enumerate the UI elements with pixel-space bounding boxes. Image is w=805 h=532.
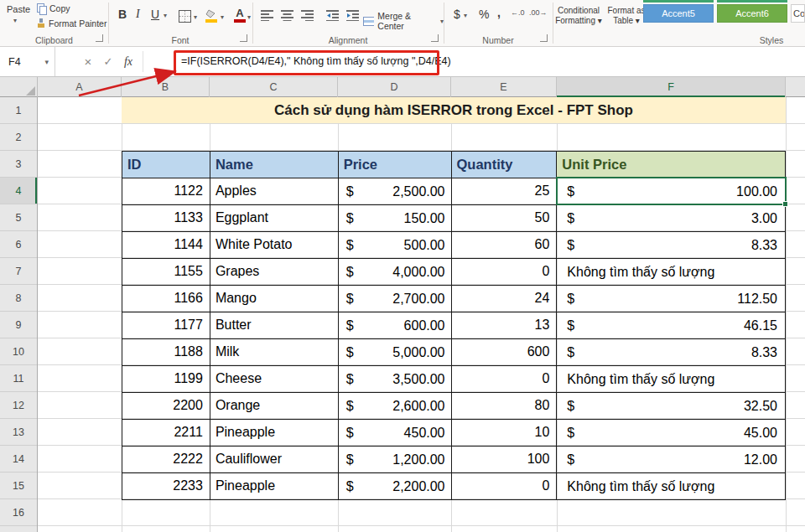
cell-price[interactable]: $3,500.00	[339, 366, 452, 393]
borders-caret-icon[interactable]: ▾	[194, 13, 197, 21]
conditional-formatting-button[interactable]: Conditional Formatting ▾	[554, 6, 603, 26]
cell-quantity[interactable]: 0	[452, 259, 558, 286]
row-header-9[interactable]: 9	[0, 312, 37, 338]
header-unit-price[interactable]: Unit Price	[557, 152, 786, 178]
accounting-format-button[interactable]: $	[454, 8, 460, 21]
row-header-4-selected[interactable]: 4	[0, 178, 37, 204]
cell-id[interactable]: 1177	[122, 312, 210, 339]
row-header-8[interactable]: 8	[0, 285, 37, 312]
cell-id[interactable]: 1166	[122, 286, 210, 312]
cell-quantity[interactable]: 100	[452, 447, 558, 473]
alignment-dialog-launcher-icon[interactable]	[431, 34, 439, 42]
cell-unit-price[interactable]: $46.15	[557, 312, 786, 339]
name-box-caret-icon[interactable]: ▾	[44, 58, 55, 66]
cell-id[interactable]: 2200	[122, 393, 210, 420]
cell-name[interactable]: Grapes	[210, 259, 339, 286]
column-header-c[interactable]: C	[210, 77, 338, 97]
row-header-11[interactable]: 11	[0, 365, 37, 392]
cell-quantity[interactable]: 10	[452, 420, 558, 447]
cell-quantity[interactable]: 600	[452, 339, 558, 366]
formula-input[interactable]: =IF(ISERROR(D4/E4)," Không tìm thấy số l…	[148, 47, 805, 76]
cell-id[interactable]: 1144	[122, 232, 210, 259]
cell-name[interactable]: Milk	[210, 339, 339, 366]
cell-name[interactable]: Orange	[210, 393, 339, 420]
cell-price[interactable]: $600.00	[339, 312, 452, 339]
row-header-14[interactable]: 14	[0, 446, 37, 473]
format-as-table-button[interactable]: Format as Table ▾	[605, 6, 648, 26]
number-dialog-launcher-icon[interactable]	[540, 34, 548, 42]
align-center-button[interactable]	[281, 10, 294, 21]
cell-price[interactable]: $150.00	[339, 205, 452, 232]
cell-name[interactable]: Mango	[210, 286, 339, 312]
cell-name[interactable]: Pineapple	[210, 420, 339, 447]
cell-id[interactable]: 1199	[122, 366, 210, 393]
cell-name[interactable]: White Potato	[210, 232, 339, 259]
cell-quantity[interactable]: 13	[452, 312, 558, 339]
cell-unit-price-error[interactable]: Không tìm thấy số lượng	[557, 473, 786, 500]
name-box[interactable]: F4 ▾	[0, 47, 55, 76]
cell-unit-price[interactable]: $3.00	[557, 205, 786, 232]
borders-button[interactable]	[179, 10, 191, 23]
header-name[interactable]: Name	[210, 152, 339, 178]
cell-unit-price[interactable]: $32.50	[557, 393, 786, 420]
row-header-1[interactable]: 1	[0, 97, 37, 124]
row-header-2[interactable]: 2	[0, 124, 37, 151]
cell-unit-price[interactable]: $112.50	[557, 286, 786, 312]
cell-id[interactable]: 2233	[122, 473, 210, 500]
fill-color-caret-icon[interactable]: ▾	[221, 13, 224, 21]
percent-style-button[interactable]: %	[479, 8, 489, 21]
cell-unit-price-error[interactable]: Không tìm thấy số lượng	[557, 366, 786, 393]
header-price[interactable]: Price	[339, 152, 452, 178]
underline-button[interactable]: U	[151, 8, 159, 21]
paste-caret-icon[interactable]: ▾	[13, 17, 17, 24]
underline-caret-icon[interactable]: ▾	[164, 12, 167, 19]
row-header-10[interactable]: 10	[0, 338, 37, 365]
row-header-7[interactable]: 7	[0, 258, 37, 285]
cell-unit-price[interactable]: $45.00	[557, 420, 786, 447]
increase-decimal-button[interactable]: ←.0	[511, 8, 525, 17]
cell-id[interactable]: 2211	[122, 420, 210, 447]
cell-unit-price[interactable]: $8.33	[557, 339, 786, 366]
copy-button[interactable]: Copy	[37, 3, 70, 13]
cell-quantity[interactable]: 80	[452, 393, 558, 420]
cell-name[interactable]: Cauliflower	[210, 447, 339, 473]
font-color-caret-icon[interactable]: ▾	[247, 13, 251, 21]
cell-price[interactable]: $4,000.00	[339, 259, 452, 286]
font-dialog-launcher-icon[interactable]	[240, 34, 247, 42]
cell-id[interactable]: 1155	[122, 259, 210, 286]
cell-unit-price[interactable]: $12.00	[557, 447, 786, 473]
row-header-3[interactable]: 3	[0, 151, 37, 178]
cell-price[interactable]: $2,600.00	[339, 393, 452, 420]
align-right-button[interactable]	[301, 10, 314, 21]
merge-center-button[interactable]: Merge & Center ▾	[363, 11, 444, 31]
cell-unit-price[interactable]: $100.00	[557, 178, 786, 205]
cancel-button[interactable]: ×	[79, 47, 97, 76]
fill-color-button[interactable]	[205, 9, 218, 23]
row-header-13[interactable]: 13	[0, 419, 37, 446]
bold-button[interactable]: B	[118, 8, 127, 21]
cell-quantity[interactable]: 50	[452, 205, 558, 232]
format-painter-button[interactable]: Format Painter	[37, 18, 106, 28]
cell-price[interactable]: $2,200.00	[339, 473, 452, 500]
align-left-button[interactable]	[261, 10, 274, 21]
cell-style-accent6[interactable]: Accent6	[717, 4, 787, 23]
cell-quantity[interactable]: 25	[452, 178, 558, 205]
cell-price[interactable]: $2,500.00	[339, 178, 452, 205]
comma-style-button[interactable]: ,	[497, 6, 501, 19]
column-header-e[interactable]: E	[451, 77, 557, 97]
cell-name[interactable]: Eggplant	[210, 205, 339, 232]
cell-quantity[interactable]: 24	[452, 286, 558, 312]
cell-name[interactable]: Cheese	[210, 366, 339, 393]
increase-indent-button[interactable]	[346, 10, 360, 21]
column-header-d[interactable]: D	[338, 77, 451, 97]
row-header-12[interactable]: 12	[0, 392, 37, 419]
cell-style-accent5[interactable]: Accent5	[643, 4, 714, 23]
row-header-15[interactable]: 15	[0, 473, 37, 499]
cell-id[interactable]: 2222	[122, 447, 210, 473]
cell-quantity[interactable]: 0	[452, 473, 558, 500]
header-quantity[interactable]: Quantity	[452, 152, 558, 178]
column-header-f-selected[interactable]: F	[557, 77, 786, 97]
row-header-5[interactable]: 5	[0, 204, 37, 231]
column-header-a[interactable]: A	[38, 77, 122, 97]
select-all-corner[interactable]	[0, 77, 38, 97]
